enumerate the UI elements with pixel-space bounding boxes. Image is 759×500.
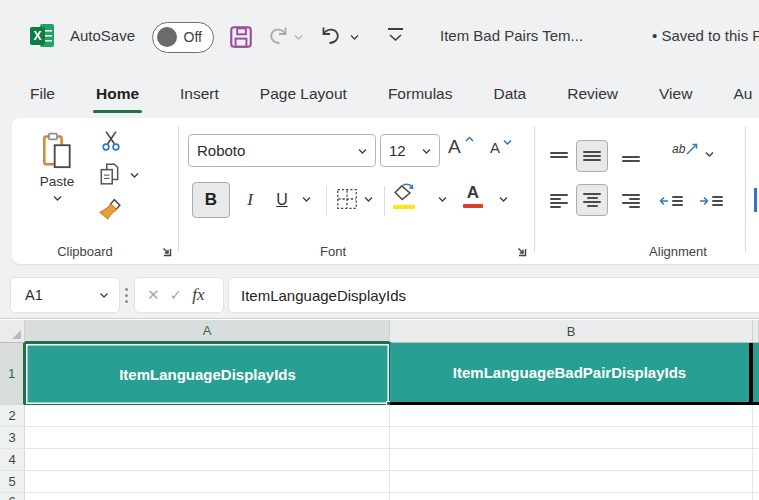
ribbon-tab-bar: File Home Insert Page Layout Formulas Da… (0, 70, 759, 118)
tab-file[interactable]: File (30, 85, 55, 103)
top-align-button[interactable] (548, 142, 570, 172)
quick-access-toolbar-icon[interactable] (388, 28, 403, 41)
save-icon[interactable] (228, 24, 254, 50)
font-name-combobox[interactable]: Roboto (188, 134, 376, 167)
orientation-button[interactable]: ab (672, 142, 699, 156)
excel-logo-icon[interactable]: X (30, 23, 55, 49)
align-right-button[interactable] (620, 186, 642, 216)
font-dialog-launcher-icon[interactable] (515, 245, 527, 257)
font-name-value: Roboto (197, 142, 358, 159)
italic-button[interactable]: I (239, 182, 261, 218)
redo-chevron-icon[interactable] (294, 34, 303, 40)
cell-a3[interactable] (25, 427, 390, 448)
cell-a2[interactable] (25, 405, 390, 426)
cell-b5[interactable] (390, 471, 753, 492)
wrap-text-icon[interactable] (754, 186, 759, 216)
column-header-a[interactable]: A (25, 320, 390, 343)
tab-formulas[interactable]: Formulas (388, 85, 453, 103)
fx-chevron-icon[interactable] (214, 293, 215, 298)
column-header-c-sliver[interactable] (753, 320, 759, 343)
underline-chevron-icon[interactable] (302, 196, 311, 202)
font-size-combobox[interactable]: 12 (380, 134, 440, 167)
borders-icon[interactable] (336, 188, 358, 210)
cell-a4[interactable] (25, 449, 390, 470)
row-2: 2 (0, 405, 759, 427)
cell-c3[interactable] (753, 427, 759, 448)
clipboard-dialog-launcher-icon[interactable] (160, 245, 172, 257)
name-box[interactable]: A1 (10, 277, 120, 313)
cell-a1[interactable]: ItemLanguageDisplayIds (25, 343, 390, 405)
tab-view[interactable]: View (659, 85, 692, 103)
cell-b6[interactable] (390, 493, 753, 500)
cell-c5[interactable] (753, 471, 759, 492)
tab-automate[interactable]: Au (733, 85, 752, 103)
cell-a5[interactable] (25, 471, 390, 492)
document-title[interactable]: Item Bad Pairs Tem... (440, 27, 583, 44)
middle-align-icon (583, 151, 601, 161)
cell-a6[interactable] (25, 493, 390, 500)
increase-indent-button[interactable] (698, 186, 724, 216)
formula-bar-grip[interactable] (125, 288, 128, 306)
arrow-left-icon (659, 196, 669, 206)
top-align-icon (550, 152, 568, 162)
clipboard-group-label: Clipboard (32, 244, 138, 259)
row-header-4[interactable]: 4 (0, 449, 25, 470)
small-separator (326, 186, 327, 216)
format-painter-icon[interactable] (98, 198, 122, 220)
row-header-5[interactable]: 5 (0, 471, 25, 492)
insert-function-icon[interactable]: fx (192, 285, 204, 305)
select-all-triangle-icon (12, 330, 21, 339)
borders-chevron-icon[interactable] (364, 196, 373, 202)
orientation-chevron-icon[interactable] (705, 151, 714, 157)
small-separator (384, 186, 385, 216)
undo-icon[interactable] (318, 24, 343, 48)
cell-c4[interactable] (753, 449, 759, 470)
cell-b2[interactable] (390, 405, 753, 426)
font-color-chevron-icon[interactable] (499, 196, 508, 202)
saved-status[interactable]: • Saved to this PC (652, 27, 759, 44)
middle-align-button[interactable] (576, 140, 608, 172)
chevron-down-icon (99, 292, 109, 298)
formula-input[interactable]: ItemLanguageDisplayIds (228, 277, 759, 313)
tab-review[interactable]: Review (567, 85, 618, 103)
cancel-icon[interactable]: ✕ (147, 286, 160, 304)
bottom-align-icon (622, 152, 640, 162)
column-header-b[interactable]: B (390, 320, 753, 343)
copy-icon[interactable] (98, 162, 121, 186)
fill-color-button[interactable] (393, 183, 417, 209)
tab-page-layout[interactable]: Page Layout (260, 85, 347, 103)
cell-b1[interactable]: ItemLanguageBadPairDisplayIds (390, 343, 753, 405)
autosave-state: Off (184, 29, 202, 45)
decrease-indent-button[interactable] (658, 186, 684, 216)
row-header-6[interactable]: 6 (0, 493, 25, 500)
undo-chevron-icon[interactable] (350, 34, 359, 40)
autosave-toggle[interactable]: Off (152, 22, 214, 53)
increase-font-size-button[interactable]: A (448, 136, 461, 158)
copy-chevron-icon[interactable] (130, 172, 139, 178)
decrease-font-size-button[interactable]: A (490, 139, 500, 157)
center-icon (583, 193, 601, 207)
bottom-align-button[interactable] (620, 142, 642, 172)
paste-button[interactable]: Paste (26, 126, 88, 238)
row-header-2[interactable]: 2 (0, 405, 25, 426)
row-header-3[interactable]: 3 (0, 427, 25, 448)
center-button[interactable] (576, 184, 608, 216)
enter-icon[interactable]: ✓ (170, 286, 183, 304)
bold-button[interactable]: B (192, 182, 230, 218)
align-left-button[interactable] (548, 186, 570, 216)
cell-c2[interactable] (753, 405, 759, 426)
tab-home[interactable]: Home (96, 85, 139, 103)
tab-data[interactable]: Data (493, 85, 526, 103)
cell-b3[interactable] (390, 427, 753, 448)
row-header-1[interactable]: 1 (0, 343, 25, 405)
underline-button[interactable]: U (269, 182, 295, 218)
redo-icon[interactable] (266, 24, 291, 48)
cell-c1-sliver[interactable] (753, 343, 759, 405)
cell-c6[interactable] (753, 493, 759, 500)
cut-icon[interactable] (100, 130, 122, 152)
tab-insert[interactable]: Insert (180, 85, 219, 103)
select-all-corner[interactable] (0, 320, 25, 343)
font-color-button[interactable]: A (462, 184, 484, 208)
fill-color-chevron-icon[interactable] (438, 196, 447, 202)
cell-b4[interactable] (390, 449, 753, 470)
